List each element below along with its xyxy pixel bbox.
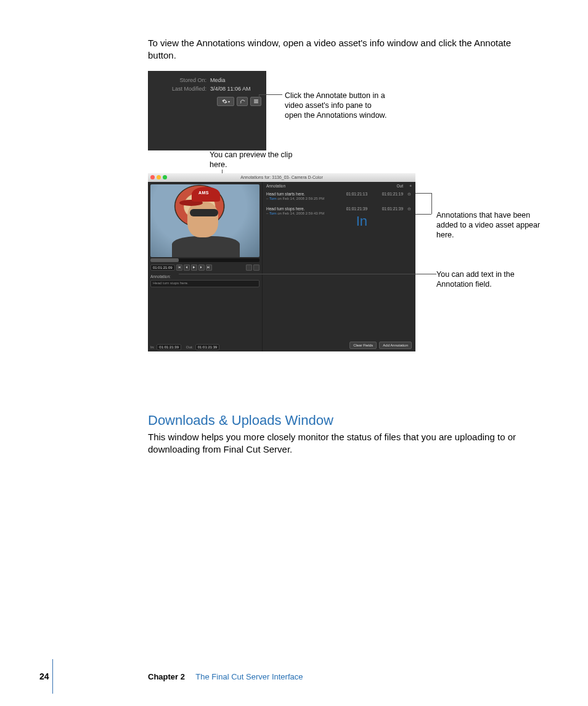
intro-paragraph: To view the Annotations window, open a v… xyxy=(148,37,533,62)
page-number: 24 xyxy=(39,671,49,681)
refresh-button[interactable] xyxy=(237,97,248,106)
figure-info-pane: Stored On: Media Last Modified: 3/4/08 1… xyxy=(148,71,533,163)
svg-rect-2 xyxy=(254,102,258,103)
last-modified-value: 3/4/08 11:06 AM xyxy=(210,86,251,92)
cap-logo-text: AMS xyxy=(198,191,209,195)
row-out: 01:01:21:19 xyxy=(371,192,403,197)
svg-rect-1 xyxy=(254,101,258,101)
callout-leader xyxy=(259,94,282,95)
annotations-window-screenshot: Annotations for: 3136_03- Camera D-Color… xyxy=(148,173,415,351)
annotation-field-callout: You can add text in the Annotation field… xyxy=(436,269,541,289)
row-in: 01:01:21:39 xyxy=(335,207,367,211)
in-timecode: 01:01:21:39 xyxy=(157,344,181,350)
out-label: Out: xyxy=(186,345,193,349)
callout-leader xyxy=(179,274,436,274)
minimize-icon[interactable] xyxy=(157,175,161,179)
go-start-button[interactable] xyxy=(176,265,182,271)
callout-leader xyxy=(259,94,259,102)
annotation-row[interactable]: Head turn stops here. – Torn on Feb 14, … xyxy=(266,207,412,215)
callout-leader xyxy=(431,193,432,214)
in-label: In: xyxy=(150,345,155,349)
annotation-byline: – Torn on Feb 14, 2008 2:59:43 PM xyxy=(266,211,412,215)
gear-icon xyxy=(222,99,227,104)
preview-pane: AMS 01:01:21:09 A xyxy=(148,182,263,351)
current-timecode: 01:01:21:09 xyxy=(150,265,175,271)
annotation-text-field[interactable]: Head turn stops here. xyxy=(150,280,259,287)
close-icon[interactable] xyxy=(150,175,155,179)
chapter-title: The Final Cut Server Interface xyxy=(195,672,303,681)
stored-on-value: Media xyxy=(210,77,226,83)
svg-rect-0 xyxy=(254,99,258,100)
col-in: In xyxy=(335,213,367,229)
row-out: 01:01:21:39 xyxy=(371,207,403,211)
annotation-field-label: Annotation: xyxy=(150,274,259,279)
footer-divider xyxy=(52,659,53,694)
mark-out-button[interactable] xyxy=(253,265,259,271)
chapter-label: Chapter 2 xyxy=(148,672,185,681)
zoom-icon[interactable] xyxy=(163,175,167,179)
annotations-list-pane: Annotation In Out + Head turn starts her… xyxy=(263,182,415,351)
window-titlebar: Annotations for: 3136_03- Camera D-Color xyxy=(148,173,415,182)
mark-in-button[interactable] xyxy=(246,265,252,271)
play-button[interactable] xyxy=(191,265,197,271)
last-modified-label: Last Modified: xyxy=(148,86,206,92)
annotate-button-callout: Click the Annotate button in a video ass… xyxy=(285,91,390,120)
section-body: This window helps you more closely monit… xyxy=(148,431,533,456)
figure-annotations-window: You can preview the clip here. Annotatio… xyxy=(148,173,533,383)
traffic-lights[interactable] xyxy=(150,175,167,179)
section-heading-downloads-uploads: Downloads & Uploads Window xyxy=(148,413,533,429)
add-annotation-button[interactable]: Add Annotation xyxy=(379,342,412,349)
delete-annotation-icon[interactable]: ⊖ xyxy=(407,207,412,211)
callout-leader xyxy=(415,214,431,215)
gear-menu-button[interactable]: ▾ xyxy=(217,97,234,106)
info-pane-screenshot: Stored On: Media Last Modified: 3/4/08 1… xyxy=(148,71,266,150)
playhead-scrubber[interactable] xyxy=(150,258,259,262)
step-fwd-button[interactable] xyxy=(198,265,205,271)
row-in: 01:01:21:13 xyxy=(335,192,367,197)
out-timecode: 01:01:21:39 xyxy=(195,344,220,350)
annotation-byline: – Torn on Feb 14, 2008 2:59:25 PM xyxy=(266,197,412,200)
delete-annotation-icon[interactable]: ⊖ xyxy=(407,192,412,197)
go-end-button[interactable] xyxy=(206,265,212,271)
refresh-icon xyxy=(240,99,245,104)
annotate-button[interactable] xyxy=(250,97,261,106)
preview-callout: You can preview the clip here. xyxy=(210,150,296,170)
annotation-row[interactable]: Head turn starts here. – Torn on Feb 14,… xyxy=(266,192,412,200)
clear-fields-button[interactable]: Clear Fields xyxy=(349,342,377,349)
annotation-user: Torn xyxy=(269,197,277,200)
clip-preview[interactable]: AMS xyxy=(150,184,259,257)
window-title: Annotations for: 3136_03- Camera D-Color xyxy=(240,175,322,179)
callout-leader xyxy=(415,193,431,194)
step-back-button[interactable] xyxy=(184,265,190,271)
annotations-list-callout: Annotations that have been added to a vi… xyxy=(436,210,541,240)
annotation-user: Torn xyxy=(269,211,277,215)
stored-on-label: Stored On: xyxy=(148,77,206,83)
annotate-list-icon xyxy=(253,99,259,104)
